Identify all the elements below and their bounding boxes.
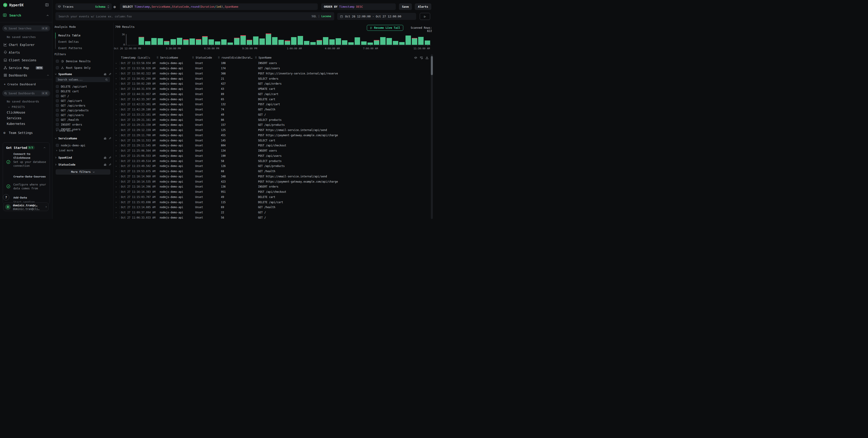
histogram-bar[interactable] <box>342 40 347 45</box>
histogram-bar[interactable] <box>189 38 195 45</box>
histogram-bar[interactable] <box>304 41 309 45</box>
row-expand-chevron-icon[interactable]: › <box>115 88 117 90</box>
histogram-bar[interactable] <box>266 34 271 45</box>
table-row[interactable]: ›Oct 27 11:19:53.875 AMnodejs-demo-apiUn… <box>114 169 430 174</box>
analysis-mode-event-patterns[interactable]: Event Patterns <box>55 45 110 51</box>
row-expand-chevron-icon[interactable]: › <box>115 159 117 163</box>
row-expand-chevron-icon[interactable]: › <box>115 82 117 85</box>
histogram-bar[interactable] <box>425 40 430 45</box>
spanname-value[interactable]: DELETE cart <box>56 89 112 94</box>
servicename-load-more[interactable]: › Load more <box>56 149 73 152</box>
histogram-bar[interactable] <box>177 38 182 45</box>
table-row[interactable]: ›Oct 27 11:15:03.698 AMnodejs-demo-apiUn… <box>114 200 430 205</box>
source-select[interactable]: Traces Schema <box>55 3 112 10</box>
preset-kubernetes[interactable]: Kubernetes <box>7 122 25 125</box>
histogram-bar[interactable] <box>259 38 265 45</box>
column-header-duration[interactable]: ⠿ round(divide(Durat… <box>218 56 252 59</box>
histogram-bar[interactable] <box>380 37 385 45</box>
histogram-bar[interactable] <box>164 41 169 45</box>
spanname-value[interactable]: GET /api/products <box>56 108 112 113</box>
filter-group-servicename[interactable]: ServiceName <box>55 137 112 140</box>
histogram-bar[interactable] <box>361 41 367 45</box>
row-expand-chevron-icon[interactable]: › <box>115 175 117 178</box>
checkbox[interactable] <box>56 60 59 63</box>
chart-icon[interactable] <box>103 156 106 159</box>
user-menu[interactable]: D dominic.tran@c… dominic.tran@cli… › <box>3 203 49 211</box>
sidebar-item-client-sessions[interactable]: Client Sessions <box>9 58 36 62</box>
row-expand-chevron-icon[interactable]: › <box>115 201 117 204</box>
servicename-value[interactable]: nodejs-demo-api <box>56 143 110 148</box>
event-search-input[interactable]: Search your events w/ Lucene ex. column:… <box>55 12 334 20</box>
view-sql-code-icon[interactable] <box>414 56 417 59</box>
histogram-bar[interactable] <box>317 40 322 45</box>
row-expand-chevron-icon[interactable]: › <box>115 98 117 101</box>
root-spans-only-toggle[interactable]: Root Spans Only <box>56 65 110 70</box>
row-expand-chevron-icon[interactable]: › <box>115 165 117 168</box>
drag-handle-icon[interactable]: ⠿ <box>255 56 258 59</box>
row-expand-chevron-icon[interactable]: › <box>115 206 117 209</box>
row-expand-chevron-icon[interactable]: › <box>115 67 117 70</box>
row-expand-chevron-icon[interactable]: › <box>115 108 117 111</box>
histogram-bar[interactable] <box>393 41 398 45</box>
checkbox[interactable] <box>56 109 59 112</box>
spanname-show-more[interactable]: › Show more <box>56 129 73 133</box>
scrollbar-thumb[interactable] <box>431 56 433 75</box>
spanname-value[interactable]: INSERT orders <box>56 122 112 127</box>
row-expand-chevron-icon[interactable]: › <box>115 92 117 95</box>
histogram-bar[interactable] <box>209 39 214 45</box>
table-row[interactable]: ›Oct 27 11:44:31.970 AMnodejs-demo-apiUn… <box>114 86 430 92</box>
run-query-button[interactable]: ▷ <box>420 13 430 20</box>
histogram-bar[interactable] <box>399 42 405 45</box>
table-row[interactable]: ›Oct 27 11:42:20.180 AMnodejs-demo-apiUn… <box>114 107 430 112</box>
row-expand-chevron-icon[interactable]: › <box>115 196 117 198</box>
table-row[interactable]: ›Oct 27 11:29:11.700 AMnodejs-demo-apiUn… <box>114 133 430 138</box>
source-settings-gear-icon[interactable]: ⚙ <box>114 5 116 9</box>
row-expand-chevron-icon[interactable]: › <box>115 211 117 214</box>
histogram-bar[interactable] <box>145 41 150 45</box>
table-row[interactable]: ›Oct 27 11:29:11.545 AMnodejs-demo-apiUn… <box>114 143 430 148</box>
histogram-bar[interactable] <box>298 36 303 45</box>
histogram-bar[interactable] <box>291 37 297 45</box>
table-row[interactable]: ›Oct 27 11:42:33.307 AMnodejs-demo-apiUn… <box>114 97 430 102</box>
checkbox[interactable] <box>56 94 59 97</box>
table-row[interactable]: ›Oct 27 11:09:37.094 AMnodejs-demo-apiUn… <box>114 210 430 215</box>
spanname-value[interactable]: GET /api/users <box>56 113 112 117</box>
sidebar-item-service-map[interactable]: Service Map <box>9 66 29 70</box>
drag-handle-icon[interactable]: ⠿ <box>156 56 160 59</box>
pin-icon[interactable] <box>108 72 112 76</box>
histogram-bar[interactable] <box>253 36 258 45</box>
drag-handle-icon[interactable]: ⠿ <box>218 56 221 59</box>
table-row[interactable]: ›Oct 27 11:06:33.033 AMnodejs-demo-apiUn… <box>114 215 430 219</box>
row-expand-chevron-icon[interactable]: › <box>115 118 117 121</box>
filter-group-spanname[interactable]: SpanName <box>55 72 112 76</box>
table-row[interactable]: ›Oct 27 11:15:03.707 AMnodejs-demo-apiUn… <box>114 195 430 200</box>
checkbox[interactable] <box>56 114 59 117</box>
table-row[interactable]: ›Oct 27 11:23:49.502 AMnodejs-demo-apiUn… <box>114 164 430 169</box>
row-expand-chevron-icon[interactable]: › <box>115 149 117 152</box>
sidebar-collapse-icon[interactable] <box>45 3 49 7</box>
histogram-bar[interactable] <box>336 38 341 45</box>
sidebar-item-chart-explorer[interactable]: Chart Explorer <box>9 43 35 47</box>
sidebar-item-search[interactable]: Search <box>9 13 21 17</box>
histogram-bar[interactable] <box>247 40 252 45</box>
histogram-bar[interactable] <box>234 38 240 45</box>
save-button[interactable]: Save <box>399 3 412 10</box>
histogram-bar[interactable] <box>183 40 189 45</box>
chart-icon[interactable] <box>103 72 106 76</box>
presets-chevron-down-icon[interactable] <box>8 106 10 108</box>
row-expand-chevron-icon[interactable]: › <box>115 180 117 183</box>
pin-icon[interactable] <box>108 163 112 166</box>
row-expand-chevron-icon[interactable]: › <box>115 216 117 219</box>
table-row[interactable]: ›Oct 27 11:16:14.396 AMnodejs-demo-apiUn… <box>114 184 430 189</box>
histogram-bar[interactable] <box>151 38 157 45</box>
table-row[interactable]: ›Oct 27 11:42:33.301 AMnodejs-demo-apiUn… <box>114 102 430 107</box>
dashboards-chevron-up-icon[interactable] <box>46 74 49 77</box>
table-row[interactable]: ›Oct 27 11:25:06.553 AMnodejs-demo-apiUn… <box>114 153 430 158</box>
table-row[interactable]: ›Oct 27 11:53:58.934 AMnodejs-demo-apiUn… <box>114 61 430 66</box>
column-header-statuscode[interactable]: ⠿ StatusCode <box>192 56 212 59</box>
table-row[interactable]: ›Oct 27 11:50:02.299 AMnodejs-demo-apiUn… <box>114 76 430 81</box>
histogram-bar[interactable] <box>329 39 335 45</box>
column-header-spanname[interactable]: ⠿ SpanName <box>255 56 272 59</box>
search-section-chevron-up-icon[interactable] <box>46 14 49 17</box>
table-row[interactable]: ›Oct 27 11:13:14.885 AMnodejs-demo-apiUn… <box>114 205 430 210</box>
